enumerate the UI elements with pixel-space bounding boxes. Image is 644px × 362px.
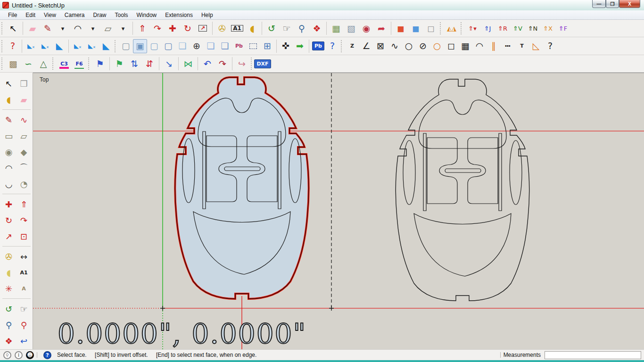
zoom-tool-icon[interactable]: ⚲ — [1, 317, 17, 333]
updown-blue-icon[interactable]: ⇅ — [127, 57, 142, 71]
solid-intersect-icon[interactable]: ◣ₓ — [71, 39, 85, 53]
credits-icon[interactable]: i — [15, 351, 23, 359]
coordinates-3d-text[interactable]: 0.0000", 0.0000" — [58, 318, 306, 350]
angle-pencil-icon[interactable]: ∠ — [359, 39, 373, 53]
pb-eraser-icon[interactable]: Pb — [232, 39, 246, 53]
menu-item[interactable]: Camera — [60, 11, 89, 19]
green-run-arrow-icon[interactable]: ➡ — [293, 39, 307, 53]
rectangle-tool-icon[interactable]: ▭ — [1, 128, 17, 144]
scale-tool-icon[interactable]: ↗ — [195, 21, 210, 35]
select-tool-icon[interactable]: ↖ — [1, 75, 17, 91]
protractor-icon[interactable]: ◖ — [1, 264, 17, 280]
push-pull-tool-icon[interactable]: ⇑ — [135, 21, 150, 35]
octagon-pencil-icon[interactable]: ○ — [430, 39, 444, 53]
solid-outer-shell-icon[interactable]: ◣ — [99, 39, 113, 53]
photo-textures-icon[interactable]: ◉ — [359, 21, 374, 35]
pan-tool-icon[interactable]: ☞ — [279, 21, 294, 35]
geolocation-icon[interactable]: ⚲ — [3, 351, 11, 359]
3d-text-icon[interactable]: A — [17, 280, 32, 296]
joint-pin-icon[interactable]: ▢ — [147, 39, 161, 53]
rotate-tool-icon[interactable]: ↻ — [180, 21, 195, 35]
paint-bucket-tool-icon[interactable]: ◖ — [245, 21, 260, 35]
extension-warehouse-icon[interactable]: ➦ — [374, 21, 389, 35]
offset-pencil-icon[interactable]: ∥ — [487, 39, 501, 53]
curviloft-c3-icon[interactable]: C3 — [57, 57, 72, 71]
joint-pushpull-selected-icon[interactable]: ▣ — [133, 39, 147, 53]
menu-item[interactable]: Draw — [89, 11, 111, 19]
axes-tool-icon[interactable]: ✳ — [1, 280, 17, 296]
arc-tool-icon[interactable]: ◠ — [70, 21, 85, 35]
tape-measure-tool-icon[interactable]: ✇ — [215, 21, 230, 35]
loop-tool-icon[interactable]: ∽ — [21, 57, 36, 71]
circle-slash-pencil-icon[interactable]: ⊘ — [416, 39, 430, 53]
minimize-button[interactable]: — — [592, 0, 606, 8]
joint-double-icon[interactable]: ❏ — [175, 39, 190, 53]
rectangle-dropdown-icon[interactable]: ▾ — [116, 21, 131, 35]
orbit-tool-icon[interactable]: ↺ — [1, 301, 17, 317]
solid-trim-icon[interactable]: ◣ₓ — [24, 39, 38, 53]
mirror-tool-icon[interactable]: ◭◮ — [444, 21, 459, 35]
measurements-input[interactable] — [545, 351, 641, 359]
move-tool-icon[interactable]: ✚ — [1, 196, 17, 212]
pb-plugin-icon[interactable]: Pb — [311, 39, 325, 53]
solid-union-icon[interactable]: ◣ — [52, 39, 66, 53]
zoom-extents-tool-icon[interactable]: ❖ — [309, 21, 324, 35]
arc-dropdown-icon[interactable]: ▾ — [85, 21, 100, 35]
pan-tool-icon[interactable]: ☞ — [17, 301, 32, 317]
arc-pencil-icon[interactable]: ◠ — [472, 39, 487, 53]
weave-tool-icon[interactable]: ▩ — [6, 57, 21, 71]
zoom-tool-icon[interactable]: ⚲ — [294, 21, 309, 35]
unselected-shape-outline[interactable] — [396, 79, 529, 301]
downup-red-icon[interactable]: ⇵ — [142, 57, 157, 71]
zoom-extents-icon[interactable]: ❖ — [1, 333, 17, 349]
style-shaded-icon[interactable]: ◼ — [393, 21, 408, 35]
follow-me-icon[interactable]: ↷ — [17, 212, 32, 228]
line-dropdown-icon[interactable]: ▾ — [55, 21, 70, 35]
select-tool-icon[interactable]: ↖ — [6, 21, 21, 35]
solid-split-icon[interactable]: ◣ₓ — [85, 39, 99, 53]
polygon-tool-icon[interactable]: ◆ — [17, 144, 32, 160]
bowtie-tool-icon[interactable]: ⋈ — [181, 57, 196, 71]
extrude-push-pull-x-icon[interactable]: ⇑X — [540, 21, 555, 35]
menu-item[interactable]: View — [40, 11, 60, 19]
selected-face-shape[interactable] — [175, 77, 309, 299]
push-pull-icon[interactable]: ⇑ — [17, 196, 32, 212]
poly-tool-icon[interactable]: △ — [36, 57, 51, 71]
plugin-help-tool-icon[interactable]: ? — [6, 39, 20, 53]
orbit-tool-icon[interactable]: ↺ — [264, 21, 279, 35]
line-tool-icon[interactable]: ✎ — [40, 21, 55, 35]
model-viewport[interactable]: 0.0000", 0.0000" — [33, 73, 644, 350]
offset-tool-icon[interactable]: ⊡ — [17, 228, 32, 244]
follow-me-tool-icon[interactable]: ↷ — [150, 21, 165, 35]
menu-item[interactable]: Help — [197, 11, 217, 19]
selection-marquee-icon[interactable] — [246, 39, 260, 53]
make-component-icon[interactable]: ❒ — [17, 75, 32, 91]
joint-push-pull-icon[interactable]: ⇑▾ — [465, 21, 480, 35]
triangle-pencil-icon[interactable]: ◺ — [529, 39, 543, 53]
converge-arrows-icon[interactable]: ✜ — [279, 39, 293, 53]
circle-tool-icon[interactable]: ◉ — [1, 144, 17, 160]
pin-tool-icon[interactable]: ❏ — [218, 39, 232, 53]
zoom-window-icon[interactable]: ⚲ — [17, 317, 32, 333]
dimension-tool-icon[interactable]: ↔ — [17, 248, 32, 264]
text-pencil-icon[interactable]: T — [515, 39, 529, 53]
sign-in-icon[interactable]: ☻ — [26, 351, 34, 359]
rotate-tool-icon[interactable]: ↻ — [1, 212, 17, 228]
circle-pencil-icon[interactable]: ○ — [402, 39, 416, 53]
rectangle-pencil-icon[interactable]: ◻ — [444, 39, 458, 53]
menu-item[interactable]: Window — [132, 11, 161, 19]
style-monochrome-icon[interactable]: ◻ — [423, 21, 438, 35]
bend-tool-icon[interactable]: ↪ — [234, 57, 249, 71]
menu-item[interactable]: File — [4, 11, 21, 19]
text-tool-icon[interactable]: A1 — [17, 264, 32, 280]
undo-curve-icon[interactable]: ↶ — [200, 57, 215, 71]
freeze-push-pull-f-icon[interactable]: ⇑F — [555, 21, 570, 35]
plugin-help-icon[interactable]: ? — [325, 39, 339, 53]
two-point-arc-icon[interactable]: ⌒ — [17, 160, 32, 176]
redo-curve-icon[interactable]: ↷ — [215, 57, 230, 71]
numbered-faces-icon[interactable]: ⊞ — [260, 39, 274, 53]
menu-item[interactable]: Extensions — [161, 11, 197, 19]
close-button[interactable]: X — [619, 0, 640, 8]
joint-vector-icon[interactable]: ▢ — [161, 39, 175, 53]
previous-view-icon[interactable]: ↩ — [17, 333, 32, 349]
